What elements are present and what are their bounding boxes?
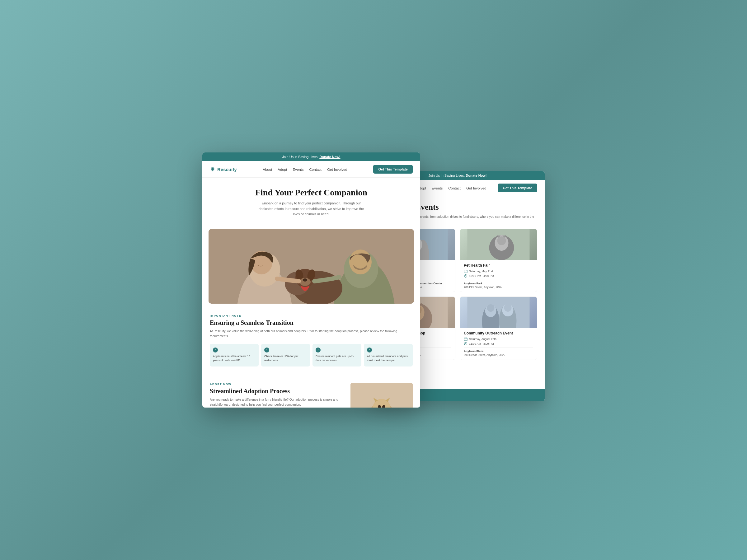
req-card-3: ✓ Ensure resident pets are up-to-date on…: [312, 344, 361, 367]
adopt-label: ADOPT NOW: [210, 383, 344, 386]
hero-title: Find Your Perfect Companion: [209, 188, 414, 197]
event-info-4: Community Outreach Event Saturday, Augus…: [460, 328, 537, 359]
adopt-right-image: [351, 383, 413, 407]
requirements-title: Ensuring a Seamless Transition: [210, 319, 413, 326]
svg-rect-45: [464, 338, 467, 341]
adopt-title: Streamlined Adoption Process: [210, 388, 344, 395]
front-navbar: Rescuify About Adopt Events Contact Get …: [202, 161, 420, 178]
req-icon-1: ✓: [213, 348, 218, 352]
calendar-icon-2: [464, 269, 467, 273]
svg-point-43: [487, 304, 495, 312]
svg-point-15: [497, 236, 506, 245]
back-donate-link[interactable]: Donate Now!: [466, 174, 487, 177]
requirements-section: IMPORTANT NOTE Ensuring a Seamless Trans…: [202, 309, 420, 378]
event-date-2: Saturday, May 21st: [464, 269, 533, 273]
adopt-left: ADOPT NOW Streamlined Adoption Process A…: [210, 383, 344, 407]
front-announcement-bar: Join Us in Saving Lives: Donate Now!: [202, 153, 420, 161]
front-nav-about[interactable]: About: [263, 168, 272, 171]
requirements-desc: At Rescuify, we value the well-being of …: [210, 329, 413, 339]
front-nav-events[interactable]: Events: [292, 168, 304, 171]
front-donate-link[interactable]: Donate Now!: [319, 155, 340, 159]
clock-icon-4: [464, 342, 467, 346]
cat-image-svg: [351, 383, 413, 407]
event-name-4: Community Outreach Event: [464, 331, 533, 336]
hero-section: Find Your Perfect Companion Embark on a …: [202, 178, 420, 223]
back-cta-button[interactable]: Get This Template: [498, 184, 537, 192]
back-nav-events[interactable]: Events: [432, 186, 443, 190]
front-nav-adopt[interactable]: Adopt: [278, 168, 287, 171]
requirements-grid: ✓ Applicants must be at least 18 years o…: [210, 344, 413, 367]
svg-line-51: [466, 344, 466, 344]
back-nav-get-involved[interactable]: Get Involved: [466, 186, 487, 190]
back-announcement-text: Join Us in Saving Lives:: [428, 174, 466, 177]
event-date-4: Saturday, August 20th: [464, 337, 533, 341]
logo-icon: [210, 166, 215, 172]
front-announcement-text: Join Us in Saving Lives:: [282, 155, 319, 159]
event-info-2: Pet Health Fair Saturday, May 21st 12:00…: [460, 260, 537, 292]
clock-icon-2: [464, 274, 467, 278]
svg-rect-67: [209, 229, 414, 304]
main-window: Join Us in Saving Lives: Donate Now! Res…: [202, 153, 420, 407]
front-nav-contact[interactable]: Contact: [309, 168, 322, 171]
event-time-4: 11:00 AM - 3:00 PM: [464, 342, 533, 346]
requirements-label: IMPORTANT NOTE: [210, 314, 413, 317]
event-time-2: 12:00 PM - 4:00 PM: [464, 274, 533, 278]
front-cta-button[interactable]: Get This Template: [373, 165, 413, 174]
svg-rect-81: [351, 383, 413, 407]
req-icon-4: ✓: [367, 348, 372, 352]
svg-rect-18: [464, 270, 467, 273]
event-image-4: [460, 297, 537, 328]
hero-subtitle: Embark on a journey to find your perfect…: [258, 201, 364, 217]
event-meta-2: Saturday, May 21st 12:00 PM - 4:00 PM: [464, 269, 533, 278]
svg-line-24: [466, 276, 466, 276]
hero-image: [209, 229, 414, 304]
adopt-desc: Are you ready to make a difference in a …: [210, 397, 344, 407]
front-nav-links: About Adopt Events Contact Get Involved: [263, 166, 347, 172]
logo-text: Rescuify: [217, 167, 237, 172]
svg-point-44: [504, 304, 512, 312]
event-meta-4: Saturday, August 20th 11:00 AM - 3:00 PM: [464, 337, 533, 346]
back-nav-contact[interactable]: Contact: [448, 186, 461, 190]
req-card-2: ✓ Check lease or HOA for pet restriction…: [261, 344, 310, 367]
req-card-4: ✓ All household members and pets must me…: [364, 344, 413, 367]
event-name-2: Pet Health Fair: [464, 263, 533, 268]
req-icon-3: ✓: [316, 348, 320, 352]
req-icon-2: ✓: [264, 348, 269, 352]
req-card-1: ✓ Applicants must be at least 18 years o…: [210, 344, 259, 367]
front-nav-get-involved[interactable]: Get Involved: [327, 168, 347, 171]
event-image-2: [460, 229, 537, 260]
calendar-icon-4: [464, 337, 467, 341]
event-location-2: Anytown Park 789 Elm Street, Anytown, US…: [464, 280, 533, 289]
event-card-2[interactable]: Pet Health Fair Saturday, May 21st 12:00…: [460, 229, 537, 292]
event-card-4[interactable]: Community Outreach Event Saturday, Augus…: [460, 296, 537, 360]
adopt-section: ADOPT NOW Streamlined Adoption Process A…: [202, 378, 420, 407]
event-location-4: Anytown Plaza 890 Cedar Street, Anytown,…: [464, 348, 533, 356]
logo: Rescuify: [210, 166, 237, 172]
hero-image-svg: [209, 229, 414, 304]
